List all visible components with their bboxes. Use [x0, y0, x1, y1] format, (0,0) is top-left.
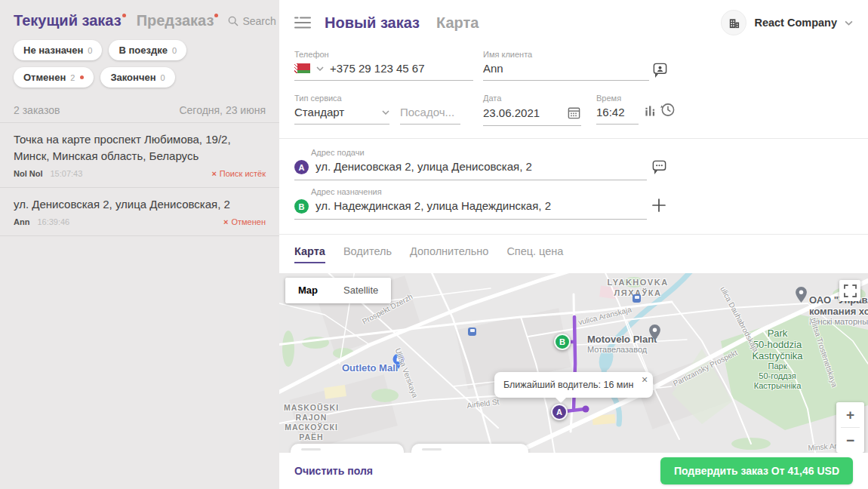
client-name-field[interactable]: Имя клиента Ann: [483, 50, 649, 81]
order-client: Ann: [14, 217, 29, 226]
confirm-order-button[interactable]: Подвердить заказ От 41,46 USD: [660, 457, 853, 484]
order-title: ул. Денисовская 2, улица Денисовская, 2: [14, 196, 266, 213]
order-meta: Nol Nol 15:07:43 ×Поиск истёк: [14, 169, 266, 178]
order-list-item[interactable]: Точка на карте проспект Любимова, 19/2, …: [0, 122, 279, 187]
tab-current-order[interactable]: Текущий заказ: [14, 12, 126, 29]
bottom-card[interactable]: [291, 444, 404, 453]
building-icon: [728, 17, 740, 29]
destination-address-field[interactable]: Адрес назначения B ул. Надеждинская 2, у…: [294, 187, 647, 220]
transit-station-icon[interactable]: [468, 328, 476, 336]
date-input[interactable]: 23.06.2021: [483, 106, 540, 119]
tab-additional[interactable]: Дополнительно: [410, 245, 488, 263]
chip-label: Не назначен: [23, 45, 83, 56]
orders-list-icon[interactable]: [294, 16, 311, 29]
notification-dot: [122, 14, 126, 17]
close-icon[interactable]: ×: [642, 374, 648, 386]
bottom-card[interactable]: [411, 444, 528, 453]
filter-chip-finished[interactable]: Закончен0: [100, 67, 174, 88]
add-address-icon[interactable]: [652, 198, 666, 212]
boarding-select[interactable]: Посадоч...: [400, 94, 460, 125]
filter-chip-in-ride[interactable]: В поездке0: [109, 40, 186, 60]
tab-preorder[interactable]: Предзаказ: [137, 12, 219, 29]
notification-dot: [80, 75, 84, 79]
pickup-address-input[interactable]: ул. Денисовская 2, улица Денисовская, 2: [315, 160, 647, 173]
main-header: Новый заказ Карта React Company: [279, 0, 868, 45]
orders-sidebar: Текущий заказ Предзаказ Search Не назнач…: [0, 0, 279, 489]
chevron-down-icon: [382, 110, 389, 115]
order-status-badge: ×Отменен: [223, 217, 266, 226]
pickup-address-label: Адрес подачи: [311, 148, 647, 157]
company-avatar: [721, 10, 746, 35]
map-type-map-button[interactable]: Map: [285, 278, 331, 303]
fullscreen-icon: [844, 284, 857, 297]
phone-field[interactable]: Телефон +375 29 123 45 67: [294, 50, 473, 81]
belarus-flag-icon[interactable]: [294, 63, 310, 73]
map-canvas[interactable]: LYAKHOVKA ЛЯХАЎКА MASKOŬSKI RAJON МАСКОЎ…: [279, 273, 868, 453]
time-field[interactable]: Время 16:42: [596, 94, 639, 125]
tab-special-price[interactable]: Спец. цена: [506, 245, 563, 263]
zoom-out-button[interactable]: −: [836, 428, 864, 453]
cancel-x-icon: ×: [223, 217, 228, 226]
boarding-label: [400, 94, 460, 103]
order-title: Точка на карте проспект Любимова, 19/2, …: [14, 131, 266, 165]
sidebar-header: Текущий заказ Предзаказ Search: [0, 0, 279, 29]
order-list-item[interactable]: ул. Денисовская 2, улица Денисовская, 2 …: [0, 187, 279, 236]
notification-dot: [214, 14, 218, 17]
order-time: 15:07:43: [51, 169, 83, 178]
district-label-maskouski: MASKOŬSKI RAJON МАСКОЎСКІ РАЁН: [279, 403, 343, 442]
comment-icon[interactable]: [651, 158, 667, 174]
orders-summary: 2 заказов Сегодня, 23 июня: [0, 98, 279, 122]
calendar-icon[interactable]: [567, 106, 581, 120]
page-subtitle: Карта: [436, 14, 479, 32]
fullscreen-button[interactable]: [839, 280, 860, 301]
company-menu[interactable]: React Company: [721, 10, 853, 35]
chip-label: Закончен: [110, 72, 155, 83]
order-footer: Очистить поля Подвердить заказ От 41,46 …: [279, 453, 868, 489]
phone-label: Телефон: [294, 50, 473, 59]
filter-chip-unassigned[interactable]: Не назначен0: [14, 40, 102, 60]
tab-map[interactable]: Карта: [294, 245, 325, 263]
clear-fields-link[interactable]: Очистить поля: [294, 465, 373, 477]
time-history-icon[interactable]: [660, 102, 676, 118]
order-meta: Ann 16:39:46 ×Отменен: [14, 217, 266, 226]
divider: [279, 234, 868, 235]
boarding-placeholder: Посадоч...: [400, 106, 454, 118]
order-time: 16:39:46: [37, 217, 69, 226]
client-name-input[interactable]: Ann: [483, 62, 503, 75]
service-type-select[interactable]: Тип сервиса Стандарт: [294, 94, 389, 125]
destination-address-input[interactable]: ул. Надеждинская 2, улица Надеждинская, …: [315, 199, 647, 212]
pickup-address-field[interactable]: Адрес подачи A ул. Денисовская 2, улица …: [294, 148, 647, 180]
orders-count: 2 заказов: [14, 104, 60, 116]
dispatcher-app: Текущий заказ Предзаказ Search Не назнач…: [0, 0, 868, 489]
tab-driver[interactable]: Водитель: [343, 245, 392, 263]
map-marker-pickup[interactable]: A: [551, 404, 568, 420]
poi-label-outleto-mall: Outleto Mall: [342, 362, 398, 374]
cancel-x-icon: ×: [211, 169, 216, 178]
search-control[interactable]: Search: [227, 15, 275, 27]
new-order-panel: Новый заказ Карта React Company Телефон …: [279, 0, 868, 489]
phone-input[interactable]: +375 29 123 45 67: [330, 62, 425, 75]
tariff-bars-icon[interactable]: [645, 104, 656, 118]
chip-label: В поездке: [119, 45, 167, 56]
client-contact-icon[interactable]: [652, 62, 668, 78]
map-marker-destination[interactable]: B: [554, 334, 571, 350]
map-pin-icon[interactable]: [649, 324, 660, 340]
date-label: Дата: [483, 94, 581, 103]
date-field[interactable]: Дата 23.06.2021: [483, 94, 581, 126]
time-input[interactable]: 16:42: [596, 106, 625, 118]
tab-preorder-label: Предзаказ: [137, 12, 214, 29]
transit-station-icon[interactable]: [633, 294, 641, 303]
zoom-in-button[interactable]: +: [836, 402, 864, 427]
filter-chip-cancelled[interactable]: Отменен2: [14, 67, 94, 88]
chevron-down-icon[interactable]: [316, 66, 324, 71]
section-tabs: Карта Водитель Дополнительно Спец. цена: [294, 245, 563, 263]
poi-label-motovelo: Motovelo Plant Мотавелазавод: [587, 334, 657, 355]
map-type-control: Map Satellite: [285, 278, 391, 303]
zoom-control: + −: [836, 402, 864, 453]
orders-date: Сегодня, 23 июня: [179, 104, 266, 116]
map-pin-icon[interactable]: [796, 287, 807, 303]
order-status-badge: ×Поиск истёк: [211, 169, 266, 178]
chip-label: Отменен: [23, 72, 66, 83]
time-label: Время: [596, 94, 639, 103]
map-type-satellite-button[interactable]: Satellite: [331, 278, 391, 303]
